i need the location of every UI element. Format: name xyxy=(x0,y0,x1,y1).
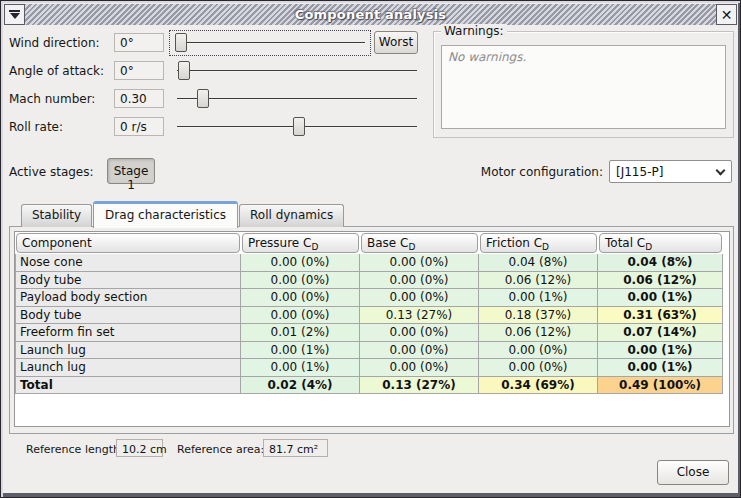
slider-thumb[interactable] xyxy=(293,117,305,136)
value-cell: 0.04 (8%) xyxy=(598,254,723,272)
roll-rate-slider[interactable] xyxy=(173,116,421,138)
value-cell: 0.18 (37%) xyxy=(479,307,598,325)
slider-track xyxy=(177,98,417,100)
reference-area-value: 81.7 cm² xyxy=(263,439,328,457)
component-cell: Payload body section xyxy=(15,289,241,307)
close-icon: ✕ xyxy=(721,8,733,22)
component-analysis-dialog: Component analysis ✕ Wind direction: 0° … xyxy=(0,0,741,498)
motor-config-select[interactable]: [J115-P] xyxy=(609,160,732,183)
mach-number-slider[interactable] xyxy=(173,88,421,110)
reference-length-label: Reference length: xyxy=(26,443,124,456)
close-button[interactable]: Close xyxy=(657,460,729,485)
value-cell: 0.00 (1%) xyxy=(241,342,360,360)
value-cell: 0.01 (2%) xyxy=(241,324,360,342)
warnings-empty-text: No warnings. xyxy=(448,50,526,64)
angle-of-attack-slider[interactable] xyxy=(173,60,421,82)
value-cell: 0.00 (0%) xyxy=(360,289,479,307)
component-cell: Freeform fin set xyxy=(15,324,241,342)
component-cell: Total xyxy=(15,377,241,395)
value-cell: 0.34 (69%) xyxy=(479,377,598,395)
window-menu-icon xyxy=(9,10,20,19)
warnings-list[interactable]: No warnings. xyxy=(441,45,726,129)
tab-roll-dynamics[interactable]: Roll dynamics xyxy=(239,204,344,227)
component-cell: Launch lug xyxy=(15,359,241,377)
titlebar[interactable]: Component analysis ✕ xyxy=(4,4,737,25)
slider-thumb[interactable] xyxy=(197,89,209,108)
value-cell: 0.00 (0%) xyxy=(360,324,479,342)
tab-drag-characteristics[interactable]: Drag characteristics xyxy=(93,201,238,228)
value-cell: 0.00 (1%) xyxy=(598,289,723,307)
wind-direction-label: Wind direction: xyxy=(9,36,100,50)
reference-length-value: 10.2 cm xyxy=(116,439,163,457)
value-cell: 0.00 (0%) xyxy=(241,307,360,325)
roll-rate-row: Roll rate: 0 r/s xyxy=(9,116,433,138)
worst-button[interactable]: Worst xyxy=(374,31,418,54)
drag-table: ComponentPressure CDBase CDFriction CDTo… xyxy=(15,232,729,394)
value-cell: 0.00 (1%) xyxy=(241,359,360,377)
slider-thumb[interactable] xyxy=(175,33,187,52)
angle-of-attack-field[interactable]: 0° xyxy=(114,61,164,80)
stage-1-toggle[interactable]: Stage 1 xyxy=(107,158,155,184)
column-header[interactable]: Friction CD xyxy=(480,233,597,253)
value-cell: 0.04 (8%) xyxy=(479,254,598,272)
value-cell: 0.00 (0%) xyxy=(360,254,479,272)
roll-rate-field[interactable]: 0 r/s xyxy=(114,117,164,136)
value-cell: 0.00 (0%) xyxy=(360,272,479,290)
value-cell: 0.00 (1%) xyxy=(598,359,723,377)
mach-number-row: Mach number: 0.30 xyxy=(9,88,433,110)
column-header[interactable]: Total CD xyxy=(599,233,722,253)
active-stages-label: Active stages: xyxy=(9,165,94,179)
value-cell: 0.06 (12%) xyxy=(598,272,723,290)
drag-characteristics-panel: ComponentPressure CDBase CDFriction CDTo… xyxy=(9,226,734,434)
chevron-down-icon xyxy=(709,161,731,182)
value-cell: 0.00 (0%) xyxy=(360,342,479,360)
component-cell: Nose cone xyxy=(15,254,241,272)
component-cell: Body tube xyxy=(15,272,241,290)
mach-number-field[interactable]: 0.30 xyxy=(114,89,164,108)
value-cell: 0.00 (0%) xyxy=(479,342,598,360)
window-close-button[interactable]: ✕ xyxy=(716,4,737,25)
value-cell: 0.00 (0%) xyxy=(360,359,479,377)
warnings-title: Warnings: xyxy=(441,24,507,38)
table-scrollpane: ComponentPressure CDBase CDFriction CDTo… xyxy=(14,231,730,427)
warnings-group: Warnings: No warnings. xyxy=(433,31,734,138)
value-cell: 0.06 (12%) xyxy=(479,324,598,342)
slider-track xyxy=(177,70,417,72)
component-cell: Body tube xyxy=(15,307,241,325)
wind-direction-field[interactable]: 0° xyxy=(114,33,164,52)
window-menu-button[interactable] xyxy=(4,4,25,25)
column-header[interactable]: Pressure CD xyxy=(242,233,359,253)
value-cell: 0.13 (27%) xyxy=(360,307,479,325)
value-cell: 0.06 (12%) xyxy=(479,272,598,290)
column-header[interactable]: Base CD xyxy=(361,233,478,253)
slider-thumb[interactable] xyxy=(178,61,190,80)
value-cell: 0.00 (0%) xyxy=(241,289,360,307)
tab-stability[interactable]: Stability xyxy=(21,204,92,227)
value-cell: 0.00 (0%) xyxy=(241,272,360,290)
value-cell: 0.07 (14%) xyxy=(598,324,723,342)
wind-direction-slider[interactable] xyxy=(171,32,369,54)
reference-area-label: Reference area: xyxy=(177,443,264,456)
motor-config-label: Motor configuration: xyxy=(463,165,603,179)
slider-track xyxy=(175,42,365,44)
roll-rate-label: Roll rate: xyxy=(9,120,63,134)
window-title: Component analysis xyxy=(25,7,716,22)
value-cell: 0.00 (1%) xyxy=(479,289,598,307)
value-cell: 0.31 (63%) xyxy=(598,307,723,325)
value-cell: 0.00 (1%) xyxy=(598,342,723,360)
value-cell: 0.00 (0%) xyxy=(479,359,598,377)
value-cell: 0.02 (4%) xyxy=(241,377,360,395)
angle-of-attack-label: Angle of attack: xyxy=(9,64,104,78)
value-cell: 0.49 (100%) xyxy=(598,377,723,395)
angle-of-attack-row: Angle of attack: 0° xyxy=(9,60,433,82)
column-header[interactable]: Component xyxy=(16,233,240,253)
value-cell: 0.13 (27%) xyxy=(360,377,479,395)
component-cell: Launch lug xyxy=(15,342,241,360)
motor-config-value: [J115-P] xyxy=(610,165,709,179)
value-cell: 0.00 (0%) xyxy=(241,254,360,272)
wind-direction-row: Wind direction: 0° Worst xyxy=(9,32,433,54)
mach-number-label: Mach number: xyxy=(9,92,95,106)
tab-bar: Stability Drag characteristics Roll dyna… xyxy=(21,200,345,227)
